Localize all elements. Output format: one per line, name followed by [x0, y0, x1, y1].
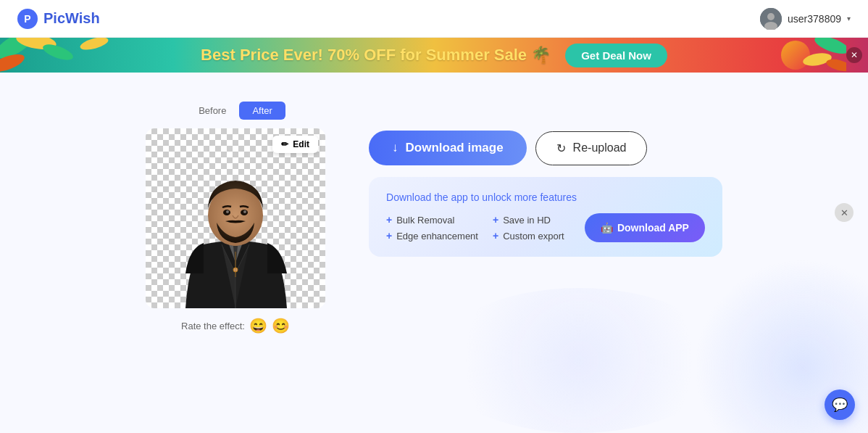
feature-label: Bulk Removal: [396, 215, 454, 226]
banner-cta-button[interactable]: Get Deal Now: [565, 44, 667, 67]
features-grid: + Bulk Removal + Save in HD + Edge enhan…: [386, 214, 585, 242]
feature-save-hd: + Save in HD: [493, 214, 585, 226]
feature-label-3: Edge enhancement: [396, 231, 478, 242]
section-close-button[interactable]: ✕: [835, 203, 854, 222]
rate-effect: Rate the effect: 😄 😊: [181, 317, 290, 334]
user-name: user378809: [788, 13, 841, 25]
svg-point-18: [243, 210, 246, 213]
happy-emoji[interactable]: 😄: [249, 317, 267, 334]
plus-icon: +: [386, 214, 392, 226]
svg-text:P: P: [24, 13, 30, 25]
promo-banner: Best Price Ever! 70% OFF for Summer Sale…: [0, 38, 868, 73]
download-image-button[interactable]: ↓ Download image: [369, 131, 527, 165]
avatar: [760, 8, 782, 30]
logo-text: PicWish: [43, 10, 100, 27]
edit-button[interactable]: ✏ Edit: [272, 136, 318, 153]
image-panel: Before After: [146, 102, 325, 334]
reupload-button[interactable]: ↻ Re-upload: [535, 131, 648, 165]
app-card-title: Download the app to unlock more features: [386, 191, 705, 203]
before-after-toggle: Before After: [185, 102, 285, 120]
right-panel: ↓ Download image ↻ Re-upload Download th…: [369, 102, 722, 257]
logo[interactable]: P PicWish: [17, 9, 100, 29]
reupload-icon: ↻: [556, 141, 566, 155]
banner-text: Best Price Ever! 70% OFF for Summer Sale…: [201, 46, 551, 65]
plus-icon-3: +: [386, 230, 392, 242]
feature-edge-enhancement: + Edge enhancement: [386, 230, 478, 242]
plus-icon-4: +: [493, 230, 498, 242]
header: P PicWish user378809 ▾: [0, 0, 868, 38]
feature-label-4: Custom export: [503, 231, 564, 242]
before-button[interactable]: Before: [185, 102, 239, 120]
action-row: ↓ Download image ↻ Re-upload: [369, 131, 722, 165]
features-section: + Bulk Removal + Save in HD + Edge enhan…: [386, 214, 585, 242]
user-menu[interactable]: user378809 ▾: [760, 8, 851, 30]
download-icon: ↓: [392, 141, 398, 155]
svg-point-17: [226, 210, 229, 213]
app-card-inner: + Bulk Removal + Save in HD + Edge enhan…: [386, 213, 705, 242]
neutral-emoji[interactable]: 😊: [272, 317, 290, 334]
main-content: ✕ Before After: [0, 73, 868, 363]
svg-point-3: [767, 13, 775, 20]
rate-label: Rate the effect:: [181, 321, 245, 331]
banner-leaves-right: [774, 38, 846, 73]
app-promo-card: Download the app to unlock more features…: [369, 177, 722, 257]
after-button[interactable]: After: [239, 102, 285, 120]
app-icon: 🤖: [601, 222, 613, 234]
feature-label-2: Save in HD: [503, 215, 551, 226]
feature-custom-export: + Custom export: [493, 230, 585, 242]
chat-icon: 💬: [832, 397, 848, 413]
logo-icon: P: [17, 9, 38, 29]
svg-point-9: [79, 38, 109, 52]
banner-close-button[interactable]: ✕: [846, 47, 862, 63]
chevron-down-icon: ▾: [847, 15, 851, 22]
chat-support-button[interactable]: 💬: [825, 389, 855, 420]
download-app-button[interactable]: 🤖 Download APP: [585, 213, 705, 242]
image-preview: ✏ Edit: [146, 128, 325, 308]
processed-image: [146, 128, 325, 308]
feature-bulk-removal: + Bulk Removal: [386, 214, 478, 226]
banner-leaves-left: [0, 38, 123, 73]
plus-icon-2: +: [493, 214, 498, 226]
edit-icon: ✏: [281, 139, 288, 149]
